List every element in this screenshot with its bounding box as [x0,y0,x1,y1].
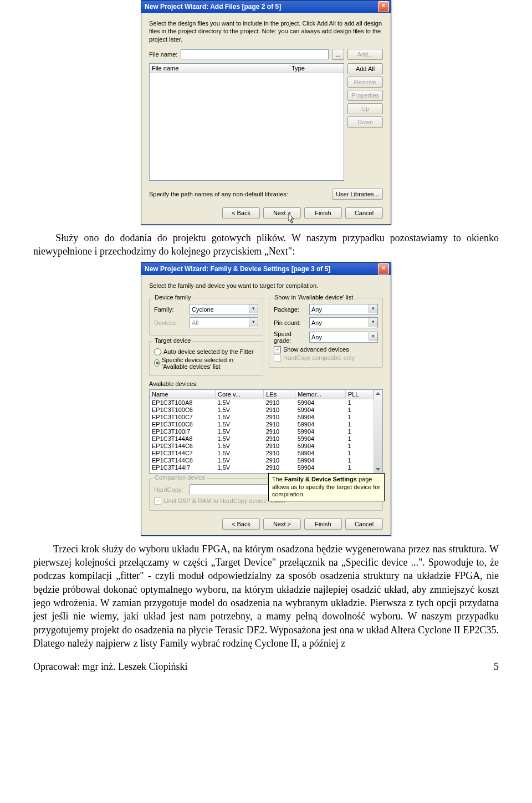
paragraph-1: Służy ono do dodania do projektu gotowyc… [33,231,499,258]
add-files-dialog: New Project Wizard: Add Files [page 2 of… [141,0,391,225]
up-button[interactable]: Up [347,103,383,114]
browse-button[interactable]: ... [332,49,344,60]
radio-auto[interactable]: Auto device selected by the Fitter [154,348,258,355]
show-available-group: Show in 'Available device' list Package:… [269,298,383,368]
libs-label: Specify the path names of any non-defaul… [149,191,328,197]
col-type[interactable]: Type [289,64,344,73]
file-list[interactable]: File name Type [149,63,344,181]
speed-label: Speed grade: [274,331,309,344]
device-settings-dialog: New Project Wizard: Family & Device Sett… [141,262,391,535]
table-row[interactable]: EP1C3T144C81.5V2910599041 [150,457,374,464]
tooltip: The Family & Device Settings page allows… [268,473,385,501]
table-row[interactable]: EP1C3T100I71.5V2910599041 [150,428,374,435]
chevron-down-icon: ▾ [249,304,258,313]
table-row[interactable]: EP1C3T144I71.5V2910599041 [150,464,374,471]
pincount-select[interactable]: Any▾ [309,317,378,328]
table-header[interactable]: Memor... [295,390,346,399]
window-title: New Project Wizard: Add Files [page 2 of… [145,3,378,11]
col-filename[interactable]: File name [150,64,289,73]
page-footer: Opracował: mgr inż. Leszek Ciopiński 5 [33,661,499,673]
close-icon[interactable]: × [378,1,389,12]
finish-button[interactable]: Finish [304,519,342,530]
target-device-legend: Target device [153,337,192,344]
scrollbar[interactable] [374,390,382,473]
table-header[interactable]: PLL [345,390,373,399]
cancel-button[interactable]: Cancel [345,207,383,218]
companion-legend: Companion device [153,474,207,481]
table-header[interactable]: Name [150,390,216,399]
titlebar[interactable]: New Project Wizard: Add Files [page 2 of… [141,1,391,13]
remove-button[interactable]: Remove [347,77,383,88]
devices-select: All▾ [190,317,258,328]
package-label: Package: [274,306,309,313]
chevron-down-icon: ▾ [369,332,377,341]
next-button[interactable]: Next > [263,207,301,218]
available-devices-table[interactable]: NameCore v...LEsMemor...PLL EP1C3T100A81… [149,389,383,474]
hardcopy-label: HardCopy: [154,486,190,493]
close-icon[interactable]: × [378,263,389,275]
titlebar[interactable]: New Project Wizard: Family & Device Sett… [141,263,391,275]
table-row[interactable]: EP1C3T144A81.5V2910599041 [150,435,374,443]
instructions: Select the design files you want to incl… [149,19,383,43]
companion-device-group: Companion device HardCopy: ▾ ✓Limit DSP … [149,478,383,511]
chevron-down-icon: ▾ [369,304,377,313]
show-legend: Show in 'Available device' list [273,294,355,301]
table-row[interactable]: EP1C3T100C81.5V2910599041 [150,421,374,428]
add-button[interactable]: Add... [347,49,383,60]
table-header[interactable]: LEs [264,390,295,399]
filename-label: File name: [149,51,177,58]
down-button[interactable]: Down [347,116,383,128]
user-libraries-button[interactable]: User Libraries... [332,189,383,200]
table-row[interactable]: EP1C3T100C71.5V2910599041 [150,414,374,421]
table-header[interactable]: Core v... [216,390,264,399]
device-family-legend: Device family [153,294,192,301]
properties-button[interactable]: Properties [347,90,383,101]
hardcopy-only-checkbox: HardCopy compatible only [274,354,378,362]
available-devices-label: Available devices: [149,380,198,387]
table-row[interactable]: EP1C3T144C61.5V2910599041 [150,443,374,450]
back-button[interactable]: < Back [222,207,260,218]
window-title: New Project Wizard: Family & Device Sett… [145,265,378,273]
table-row[interactable]: EP1C3T100A81.5V2910599041 [150,399,374,406]
package-select[interactable]: Any▾ [309,304,378,315]
chevron-down-icon: ▾ [369,318,377,327]
finish-button[interactable]: Finish [304,207,342,218]
back-button[interactable]: < Back [222,519,260,530]
filename-input[interactable] [181,49,329,59]
target-device-group: Target device Auto device selected by th… [149,341,263,376]
next-button[interactable]: Next > [263,519,301,530]
family-select[interactable]: Cyclone▾ [190,304,258,315]
table-row[interactable]: EP1C3T100C61.5V2910599041 [150,406,374,414]
page-number: 5 [494,661,499,673]
instructions: Select the family and device you want to… [149,282,383,289]
device-family-group: Device family Family: Cyclone▾ Devices A… [149,298,263,336]
family-label: Family: [154,306,190,313]
show-advanced-checkbox[interactable]: ✓Show advanced devices [274,346,378,353]
radio-specific[interactable]: Specific device selected in 'Available d… [154,357,258,370]
chevron-down-icon: ▾ [249,318,258,327]
author: Opracował: mgr inż. Leszek Ciopiński [33,661,187,673]
cancel-button[interactable]: Cancel [345,519,383,530]
speed-select[interactable]: Any▾ [309,332,378,343]
devices-label: Devices [154,319,190,326]
add-all-button[interactable]: Add All [347,63,383,74]
paragraph-2: Trzeci krok służy do wyboru układu FPGA,… [33,542,499,650]
pincount-label: Pin count: [274,319,309,326]
table-row[interactable]: EP1C3T144C71.5V2910599041 [150,450,374,457]
